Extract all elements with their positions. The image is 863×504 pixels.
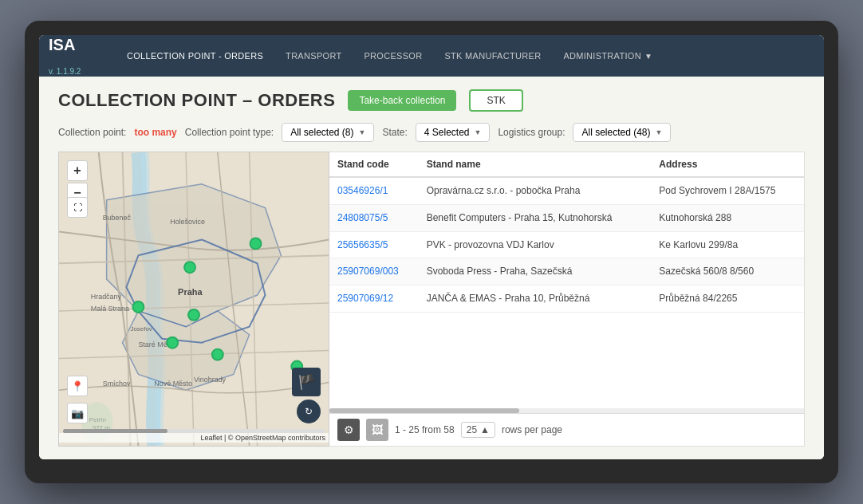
nav-menu: COLLECTION POINT - orders TRANSPORT PROC… (116, 35, 814, 77)
table-footer: ⚙ 🖼 1 - 25 from 58 25 ▲ rows per page (329, 413, 804, 446)
svg-text:Smíchov: Smíchov (103, 380, 131, 388)
navbar: ISA v. 1.1.9.2 COLLECTION POINT - orders… (39, 35, 824, 77)
logistics-group-selected: All selected (48) (581, 127, 650, 138)
map-attribution: Leaflet | © OpenStreetMap contributors (59, 433, 329, 443)
cell-name: PVK - provozovna VDJ Karlov (419, 231, 652, 258)
flag-icon[interactable]: 🏴 (292, 368, 321, 396)
cell-code: 03546926/1 (329, 177, 419, 204)
svg-text:Hradčany: Hradčany (91, 293, 122, 301)
map-svg: Bubeneč Holešovice Hradčany Malá Strana … (59, 152, 329, 446)
map-bottom-left-controls: 📍 📷 (67, 376, 88, 423)
cpt-dropdown-arrow: ▼ (359, 128, 366, 136)
col-address: Address (651, 152, 804, 177)
svg-text:Holešovice: Holešovice (170, 218, 205, 226)
fullscreen-button[interactable]: ⛶ (67, 197, 88, 218)
nav-item-processor[interactable]: PROCESSOR (353, 35, 433, 77)
cell-name: JANČA & EMAS - Praha 10, Průběžná (419, 285, 652, 313)
filters-bar: Collection point: too many Collection po… (58, 123, 805, 142)
screen: ISA v. 1.1.9.2 COLLECTION POINT - orders… (39, 35, 824, 459)
map-extra-controls: ⛶ (67, 194, 88, 218)
main-body: Bubeneč Holešovice Hradčany Malá Strana … (58, 152, 805, 447)
svg-point-23 (188, 309, 199, 321)
cell-code: 25907069/12 (329, 285, 419, 313)
cell-address: Kutnohorská 288 (651, 204, 804, 231)
page-title: COLLECTION POINT – ORDERS (58, 90, 335, 111)
per-page-select[interactable]: 25 ▲ (461, 422, 495, 438)
cell-address: Průběžná 84/2265 (651, 285, 804, 313)
lg-dropdown-arrow: ▼ (656, 128, 663, 136)
cell-name: Opravárna.cz s.r.o. - pobočka Praha (419, 177, 652, 204)
state-select[interactable]: 4 Selected ▼ (416, 123, 491, 142)
per-page-arrow: ▲ (480, 424, 490, 435)
state-dropdown-arrow: ▼ (475, 128, 482, 136)
collection-point-value: too many (134, 127, 176, 138)
table-body: 03546926/1Opravárna.cz s.r.o. - pobočka … (329, 177, 804, 312)
table-scroll[interactable]: Stand code Stand name Address 03546926/1… (329, 152, 804, 408)
stk-button[interactable]: STK (469, 89, 522, 112)
settings-button[interactable]: ⚙ (337, 419, 360, 441)
logistics-group-label: Logistics group: (498, 127, 565, 138)
per-page-value: 25 (467, 424, 477, 435)
page-header: COLLECTION POINT – ORDERS Take-back coll… (58, 89, 805, 112)
nav-item-administration[interactable]: Administration ▼ (552, 35, 664, 77)
nav-item-stk-manufacturer[interactable]: STK MANUFACTURER (433, 35, 552, 77)
state-selected: 4 Selected (424, 127, 470, 138)
table-row[interactable]: 25907069/003Svoboda Press - Praha, Sazeč… (329, 258, 804, 285)
logistics-group-select[interactable]: All selected (48) ▼ (573, 123, 671, 142)
app-brand: ISA (49, 36, 97, 54)
cell-address: Ke Karlovu 299/8a (651, 231, 804, 258)
table-row[interactable]: 25907069/12JANČA & EMAS - Praha 10, Průb… (329, 285, 804, 313)
data-table: Stand code Stand name Address 03546926/1… (329, 152, 804, 313)
table-header: Stand code Stand name Address (329, 152, 804, 177)
collection-point-type-label: Collection point type: (185, 127, 274, 138)
cell-address: Pod Sychrovem I 28A/1575 (651, 177, 804, 204)
cell-code: 25907069/003 (329, 258, 419, 285)
svg-text:Vinohrady: Vinohrady (194, 376, 227, 384)
laptop-frame: ISA v. 1.1.9.2 COLLECTION POINT - orders… (25, 21, 838, 483)
svg-text:Bubeneč: Bubeneč (103, 214, 132, 222)
table-container: Stand code Stand name Address 03546926/1… (329, 152, 805, 447)
svg-text:Nové Město: Nové Město (154, 380, 192, 388)
table-row[interactable]: 24808075/5Benefit Computers - Praha 15, … (329, 204, 804, 231)
col-stand-name: Stand name (419, 152, 652, 177)
map-bottom-right-controls: 🏴 ↻ (292, 368, 321, 423)
collection-point-type-selected: All selected (8) (290, 127, 353, 138)
col-stand-code: Stand code (329, 152, 419, 177)
map-container[interactable]: Bubeneč Holešovice Hradčany Malá Strana … (58, 152, 329, 447)
page-content: COLLECTION POINT – ORDERS Take-back coll… (39, 77, 824, 459)
svg-point-22 (132, 301, 144, 313)
zoom-in-button[interactable]: + (67, 160, 88, 181)
state-label: State: (382, 127, 407, 138)
cell-name: Benefit Computers - Praha 15, Kutnohorsk… (419, 204, 652, 231)
cell-code: 25656635/5 (329, 231, 419, 258)
cell-code: 24808075/5 (329, 204, 419, 231)
collection-point-label: Collection point: (58, 127, 126, 138)
table-row[interactable]: 25656635/5PVK - provozovna VDJ KarlovKe … (329, 231, 804, 258)
rows-per-page-label: rows per page (502, 424, 562, 435)
photo-button[interactable]: 🖼 (366, 419, 388, 441)
svg-point-25 (212, 349, 223, 360)
location-button[interactable]: 📍 (67, 376, 88, 396)
cell-name: Svoboda Press - Praha, Sazečská (419, 258, 652, 285)
svg-point-24 (167, 337, 178, 348)
admin-dropdown-arrow: ▼ (644, 52, 652, 61)
svg-text:Josefov: Josefov (130, 325, 152, 333)
nav-item-collection-orders[interactable]: COLLECTION POINT - orders (116, 35, 274, 77)
pagination-info: 1 - 25 from 58 (395, 424, 455, 435)
rotate-icon[interactable]: ↻ (297, 400, 321, 423)
takeback-button[interactable]: Take-back collection (348, 90, 456, 111)
svg-point-20 (250, 238, 262, 249)
svg-point-21 (184, 262, 195, 273)
app-version: v. 1.1.9.2 (49, 67, 81, 76)
svg-text:Malá Strana: Malá Strana (91, 305, 129, 313)
cell-address: Sazečská 560/8 8/560 (651, 258, 804, 285)
svg-text:Praha: Praha (178, 287, 203, 297)
table-row[interactable]: 03546926/1Opravárna.cz s.r.o. - pobočka … (329, 177, 804, 204)
collection-point-type-select[interactable]: All selected (8) ▼ (282, 123, 374, 142)
camera-button[interactable]: 📷 (67, 403, 88, 423)
nav-item-transport[interactable]: TRANSPORT (274, 35, 353, 77)
